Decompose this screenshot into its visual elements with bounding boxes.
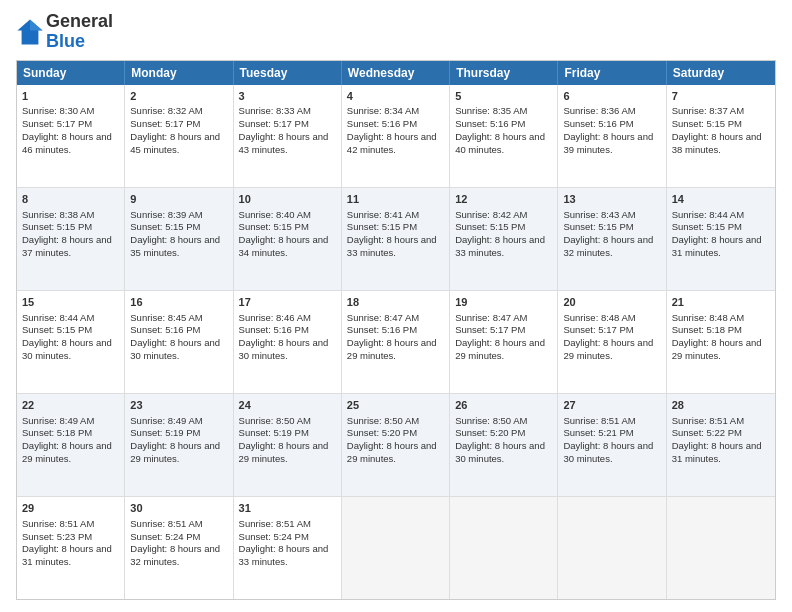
- sunrise: Sunrise: 8:51 AM: [22, 518, 94, 529]
- empty-cell: [558, 497, 666, 599]
- logo-general: General: [46, 11, 113, 31]
- calendar-row-5: 29Sunrise: 8:51 AMSunset: 5:23 PMDayligh…: [17, 496, 775, 599]
- daylight: Daylight: 8 hours and 29 minutes.: [672, 337, 762, 361]
- empty-cell: [342, 497, 450, 599]
- sunrise: Sunrise: 8:42 AM: [455, 209, 527, 220]
- daylight: Daylight: 8 hours and 42 minutes.: [347, 131, 437, 155]
- daylight: Daylight: 8 hours and 40 minutes.: [455, 131, 545, 155]
- daylight: Daylight: 8 hours and 31 minutes.: [22, 543, 112, 567]
- daylight: Daylight: 8 hours and 33 minutes.: [455, 234, 545, 258]
- day-cell-11: 11Sunrise: 8:41 AMSunset: 5:15 PMDayligh…: [342, 188, 450, 290]
- calendar-row-3: 15Sunrise: 8:44 AMSunset: 5:15 PMDayligh…: [17, 290, 775, 393]
- day-number: 30: [130, 501, 227, 516]
- day-cell-8: 8Sunrise: 8:38 AMSunset: 5:15 PMDaylight…: [17, 188, 125, 290]
- day-number: 25: [347, 398, 444, 413]
- header-sunday: Sunday: [17, 61, 125, 85]
- day-cell-29: 29Sunrise: 8:51 AMSunset: 5:23 PMDayligh…: [17, 497, 125, 599]
- daylight: Daylight: 8 hours and 30 minutes.: [239, 337, 329, 361]
- day-cell-31: 31Sunrise: 8:51 AMSunset: 5:24 PMDayligh…: [234, 497, 342, 599]
- sunset: Sunset: 5:15 PM: [672, 221, 742, 232]
- sunset: Sunset: 5:15 PM: [563, 221, 633, 232]
- calendar-row-4: 22Sunrise: 8:49 AMSunset: 5:18 PMDayligh…: [17, 393, 775, 496]
- sunrise: Sunrise: 8:36 AM: [563, 105, 635, 116]
- daylight: Daylight: 8 hours and 29 minutes.: [130, 440, 220, 464]
- daylight: Daylight: 8 hours and 39 minutes.: [563, 131, 653, 155]
- sunset: Sunset: 5:19 PM: [239, 427, 309, 438]
- day-cell-27: 27Sunrise: 8:51 AMSunset: 5:21 PMDayligh…: [558, 394, 666, 496]
- sunset: Sunset: 5:15 PM: [672, 118, 742, 129]
- sunset: Sunset: 5:17 PM: [455, 324, 525, 335]
- sunrise: Sunrise: 8:47 AM: [455, 312, 527, 323]
- day-cell-9: 9Sunrise: 8:39 AMSunset: 5:15 PMDaylight…: [125, 188, 233, 290]
- sunrise: Sunrise: 8:45 AM: [130, 312, 202, 323]
- day-cell-30: 30Sunrise: 8:51 AMSunset: 5:24 PMDayligh…: [125, 497, 233, 599]
- sunrise: Sunrise: 8:33 AM: [239, 105, 311, 116]
- svg-marker-1: [30, 19, 43, 30]
- day-cell-23: 23Sunrise: 8:49 AMSunset: 5:19 PMDayligh…: [125, 394, 233, 496]
- day-cell-16: 16Sunrise: 8:45 AMSunset: 5:16 PMDayligh…: [125, 291, 233, 393]
- sunrise: Sunrise: 8:49 AM: [130, 415, 202, 426]
- day-number: 31: [239, 501, 336, 516]
- daylight: Daylight: 8 hours and 30 minutes.: [22, 337, 112, 361]
- header-friday: Friday: [558, 61, 666, 85]
- day-cell-24: 24Sunrise: 8:50 AMSunset: 5:19 PMDayligh…: [234, 394, 342, 496]
- sunset: Sunset: 5:20 PM: [347, 427, 417, 438]
- sunrise: Sunrise: 8:40 AM: [239, 209, 311, 220]
- day-cell-1: 1Sunrise: 8:30 AMSunset: 5:17 PMDaylight…: [17, 85, 125, 187]
- daylight: Daylight: 8 hours and 29 minutes.: [347, 337, 437, 361]
- daylight: Daylight: 8 hours and 30 minutes.: [563, 440, 653, 464]
- day-cell-10: 10Sunrise: 8:40 AMSunset: 5:15 PMDayligh…: [234, 188, 342, 290]
- day-number: 5: [455, 89, 552, 104]
- logo: General Blue: [16, 12, 113, 52]
- day-number: 4: [347, 89, 444, 104]
- sunset: Sunset: 5:15 PM: [239, 221, 309, 232]
- sunrise: Sunrise: 8:32 AM: [130, 105, 202, 116]
- logo-icon: [16, 18, 44, 46]
- sunrise: Sunrise: 8:41 AM: [347, 209, 419, 220]
- day-number: 23: [130, 398, 227, 413]
- daylight: Daylight: 8 hours and 29 minutes.: [22, 440, 112, 464]
- calendar: SundayMondayTuesdayWednesdayThursdayFrid…: [16, 60, 776, 600]
- sunrise: Sunrise: 8:51 AM: [672, 415, 744, 426]
- empty-cell: [450, 497, 558, 599]
- day-number: 8: [22, 192, 119, 207]
- daylight: Daylight: 8 hours and 29 minutes.: [347, 440, 437, 464]
- day-number: 28: [672, 398, 770, 413]
- day-cell-4: 4Sunrise: 8:34 AMSunset: 5:16 PMDaylight…: [342, 85, 450, 187]
- day-number: 9: [130, 192, 227, 207]
- sunrise: Sunrise: 8:43 AM: [563, 209, 635, 220]
- day-number: 12: [455, 192, 552, 207]
- day-number: 13: [563, 192, 660, 207]
- day-number: 17: [239, 295, 336, 310]
- daylight: Daylight: 8 hours and 32 minutes.: [563, 234, 653, 258]
- daylight: Daylight: 8 hours and 32 minutes.: [130, 543, 220, 567]
- day-cell-22: 22Sunrise: 8:49 AMSunset: 5:18 PMDayligh…: [17, 394, 125, 496]
- sunset: Sunset: 5:21 PM: [563, 427, 633, 438]
- header-monday: Monday: [125, 61, 233, 85]
- day-number: 27: [563, 398, 660, 413]
- calendar-page: General Blue SundayMondayTuesdayWednesda…: [0, 0, 792, 612]
- sunrise: Sunrise: 8:51 AM: [563, 415, 635, 426]
- day-cell-15: 15Sunrise: 8:44 AMSunset: 5:15 PMDayligh…: [17, 291, 125, 393]
- sunset: Sunset: 5:18 PM: [22, 427, 92, 438]
- logo-blue: Blue: [46, 31, 85, 51]
- day-cell-18: 18Sunrise: 8:47 AMSunset: 5:16 PMDayligh…: [342, 291, 450, 393]
- day-number: 18: [347, 295, 444, 310]
- day-cell-26: 26Sunrise: 8:50 AMSunset: 5:20 PMDayligh…: [450, 394, 558, 496]
- day-cell-3: 3Sunrise: 8:33 AMSunset: 5:17 PMDaylight…: [234, 85, 342, 187]
- daylight: Daylight: 8 hours and 31 minutes.: [672, 234, 762, 258]
- daylight: Daylight: 8 hours and 45 minutes.: [130, 131, 220, 155]
- daylight: Daylight: 8 hours and 31 minutes.: [672, 440, 762, 464]
- day-number: 16: [130, 295, 227, 310]
- daylight: Daylight: 8 hours and 29 minutes.: [239, 440, 329, 464]
- sunrise: Sunrise: 8:37 AM: [672, 105, 744, 116]
- sunset: Sunset: 5:16 PM: [563, 118, 633, 129]
- sunset: Sunset: 5:16 PM: [455, 118, 525, 129]
- header-thursday: Thursday: [450, 61, 558, 85]
- sunrise: Sunrise: 8:39 AM: [130, 209, 202, 220]
- sunset: Sunset: 5:17 PM: [22, 118, 92, 129]
- sunset: Sunset: 5:23 PM: [22, 531, 92, 542]
- sunset: Sunset: 5:18 PM: [672, 324, 742, 335]
- sunrise: Sunrise: 8:50 AM: [455, 415, 527, 426]
- calendar-row-2: 8Sunrise: 8:38 AMSunset: 5:15 PMDaylight…: [17, 187, 775, 290]
